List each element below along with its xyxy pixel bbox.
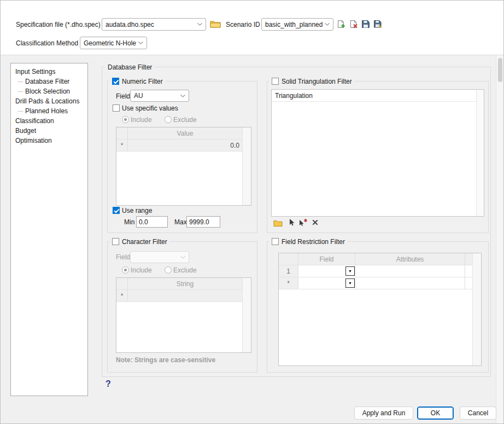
table-empty-area [116,302,242,352]
numeric-include-radio[interactable] [122,116,129,123]
list-scrollbar[interactable] [476,90,484,216]
character-filter-label: Character Filter [122,238,167,246]
character-field-combobox[interactable] [130,251,189,263]
numeric-values-table: Value * 0.0 [116,127,251,206]
drillhole-optimiser-dialog: Specification file (*.dho.spec) audata.d… [0,0,504,424]
character-exclude-radio[interactable] [165,266,172,274]
row-header-cell: * [279,277,298,289]
numeric-field-combobox[interactable]: AU [130,90,189,102]
restriction-header-row: Field Attributes [279,253,472,265]
table-row[interactable]: 1 [279,265,472,277]
character-field-label: Field [116,253,130,261]
max-input[interactable] [186,216,220,228]
sidebar-item-optimisation[interactable]: Optimisation [11,136,87,146]
load-triangulation-button[interactable] [272,219,283,228]
table-row[interactable]: * 0.0 [116,140,242,152]
attributes-cell[interactable] [355,265,465,277]
field-cell[interactable] [298,265,355,277]
sidebar-item-input-settings[interactable]: Input Settings [11,67,87,77]
character-include-radio[interactable] [122,266,129,274]
character-filter-title: Character Filter [109,237,170,246]
table-row[interactable]: * [116,290,242,302]
numeric-filter-title: Numeric Filter [109,77,166,85]
solid-triangulation-filter-checkbox[interactable] [272,78,279,85]
field-restriction-filter-checkbox[interactable] [272,238,279,245]
solid-triangulation-filter-label: Solid Triangulation Filter [282,78,352,85]
scenario-id-value: basic_with_plannedH [265,21,323,28]
select-triangulation-button[interactable] [288,218,296,227]
new-scenario-icon [336,20,345,29]
sidebar-item-planned-holes[interactable]: Planned Holes [11,106,87,116]
cancel-button[interactable]: Cancel [460,406,496,420]
open-folder-icon [210,20,221,28]
attributes-cell[interactable] [355,277,465,289]
numeric-values-header-row: Value [116,127,242,140]
sidebar-item-database-filter[interactable]: Database Filter [11,77,87,86]
string-cell[interactable] [128,290,242,301]
scenario-id-label: Scenario ID [226,21,260,28]
table-scrollbar[interactable] [472,253,481,365]
apply-and-run-button[interactable]: Apply and Run [354,406,413,420]
help-link[interactable]: ? [106,379,111,389]
spec-file-combobox[interactable]: audata.dho.spec [102,18,206,31]
corner-cell [116,127,128,139]
open-folder-icon [273,219,283,227]
chevron-down-icon [197,23,202,26]
scenario-id-combobox[interactable]: basic_with_plannedH [261,18,333,31]
character-filter-checkbox[interactable] [112,238,119,245]
save-scenario-button[interactable] [360,19,371,30]
max-label: Max [174,218,187,226]
settings-tree: Input Settings Database Filter Block Sel… [10,63,88,396]
numeric-exclude-radio[interactable] [165,116,172,123]
character-include-label: Include [131,266,152,274]
sidebar-item-classification[interactable]: Classification [11,116,87,126]
ok-button[interactable]: OK [417,406,454,420]
remove-x-icon [312,219,318,225]
table-row[interactable]: * [279,277,472,289]
numeric-filter-checkbox[interactable] [112,78,119,85]
sidebar-item-drill-pads-locations[interactable]: Drill Pads & Locations [11,96,87,106]
attributes-column-header: Attributes [355,253,465,265]
triangulation-list-body[interactable] [272,102,476,216]
classification-method-value: Geometric N-Hole [84,39,136,47]
field-cell[interactable] [298,277,355,289]
numeric-exclude-label: Exclude [173,116,197,124]
field-restriction-filter-label: Field Restriction Filter [282,238,345,246]
row-header-cell: * [116,290,128,301]
dropdown-arrow-icon[interactable] [345,278,355,288]
remove-triangulation-button[interactable] [312,219,319,226]
select-new-triangulation-button[interactable] [298,218,308,227]
database-filter-group-title: Database Filter [105,63,155,71]
chevron-down-icon [180,256,185,259]
sidebar-item-block-selection[interactable]: Block Selection [11,86,87,96]
use-range-label: Use range [122,207,152,214]
string-column-header: String [128,278,242,289]
field-column-header: Field [298,253,355,265]
row-header-cell: * [116,140,128,151]
classification-method-label: Classification Method [16,39,78,47]
spec-file-value: audata.dho.spec [106,21,154,28]
delete-scenario-button[interactable] [348,19,359,30]
value-cell[interactable]: 0.0 [128,140,242,151]
table-empty-area [279,289,472,365]
table-scrollbar[interactable] [242,127,251,205]
dropdown-arrow-icon[interactable] [345,266,355,276]
use-specific-values-label: Use specific values [122,104,178,112]
scrollbar-thumb[interactable] [498,58,502,82]
field-restriction-table: Field Attributes 1 * [278,253,482,366]
min-input[interactable] [136,216,168,228]
browse-spec-file-button[interactable] [209,19,221,30]
triangulation-list[interactable]: Triangulation [271,89,484,217]
save-scenario-as-button[interactable] [372,19,383,30]
field-restriction-filter-title: Field Restriction Filter [269,237,348,246]
use-range-checkbox[interactable] [113,207,120,214]
corner-cell [279,253,298,265]
new-scenario-button[interactable] [335,19,346,30]
row-header-cell: 1 [279,265,298,277]
table-scrollbar[interactable] [242,278,251,352]
vertical-scrollbar[interactable] [496,55,504,424]
sidebar-item-budget[interactable]: Budget [11,126,87,136]
use-specific-values-checkbox[interactable] [113,104,120,112]
corner-cell [116,278,128,289]
classification-method-combobox[interactable]: Geometric N-Hole [80,37,147,49]
